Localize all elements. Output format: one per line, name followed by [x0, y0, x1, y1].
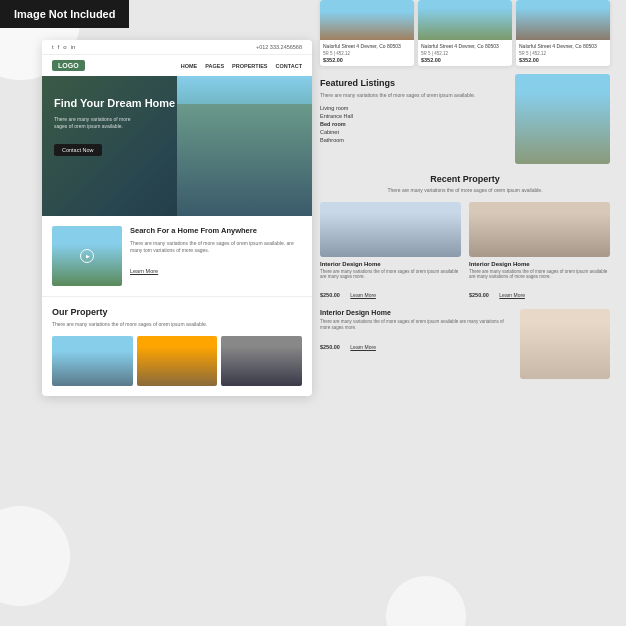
our-property-title: Our Property — [52, 307, 302, 317]
featured-title: Featured Listings — [320, 78, 507, 88]
image-not-included-badge: Image Not Included — [0, 0, 129, 28]
recent-card-link-2[interactable]: Learn More — [499, 292, 525, 298]
listing-meta-1: 5R 5 | 452.12 — [323, 51, 411, 56]
interior-price: $250.00 — [320, 344, 340, 350]
listing-info-2: Nalorful Street 4 Devner, Co 80503 5R 5 … — [418, 40, 512, 66]
featured-description: There are many variations the of more sa… — [320, 92, 507, 99]
recent-card-image-2 — [469, 202, 610, 257]
recent-card-desc-1: There are many variations the of more sa… — [320, 269, 461, 281]
recent-description: There are many variations the of more sa… — [320, 187, 610, 194]
nav-properties[interactable]: PROPERTIES — [232, 63, 267, 69]
facebook-icon: f — [58, 44, 60, 50]
recent-card-title-1: Interior Design Home — [320, 261, 461, 267]
listing-card-3: Nalorful Street 4 Devner, Co 80503 5R 5 … — [516, 0, 610, 66]
featured-item-cabinet: Cabinet — [320, 128, 507, 136]
featured-item-entrance: Entrance Hall — [320, 112, 507, 120]
listing-meta-2: 5R 5 | 452.12 — [421, 51, 509, 56]
featured-text: Featured Listings There are many variati… — [320, 74, 507, 164]
interior-text: Interior Design Home There are many vari… — [320, 309, 512, 379]
our-property-description: There are many variations the of more sa… — [52, 321, 302, 328]
featured-item-bedroom: Bed room — [320, 120, 507, 128]
interior-description: There are many variations the of more sa… — [320, 319, 512, 331]
house-shape — [177, 104, 312, 216]
search-description: There are many variations the of more sa… — [130, 240, 302, 254]
listing-info-1: Nalorful Street 4 Devner, Co 80503 5R 5 … — [320, 40, 414, 66]
hero-title: Find Your Dream Home — [54, 96, 175, 110]
interior-title: Interior Design Home — [320, 309, 512, 316]
listing-address-2: Nalorful Street 4 Devner, Co 80503 — [421, 43, 509, 50]
recent-card-link-1[interactable]: Learn More — [350, 292, 376, 298]
recent-card-image-1 — [320, 202, 461, 257]
listing-address-3: Nalorful Street 4 Devner, Co 80503 — [519, 43, 607, 50]
hero-house-image — [177, 76, 312, 216]
linkedin-icon: in — [71, 44, 76, 50]
play-button[interactable] — [80, 249, 94, 263]
listing-info-3: Nalorful Street 4 Devner, Co 80503 5R 5 … — [516, 40, 610, 66]
listing-price-3: $352.00 — [519, 57, 607, 63]
main-nav: LOGO HOME PAGES PROPERTIES CONTACT — [42, 55, 312, 76]
listing-card-2: Nalorful Street 4 Devner, Co 80503 5R 5 … — [418, 0, 512, 66]
listing-image-3 — [516, 0, 610, 40]
featured-item-bathroom: Bathroom — [320, 136, 507, 144]
recent-cards: Interior Design Home There are many vari… — [320, 202, 610, 302]
interior-learn-more-link[interactable]: Learn More — [350, 344, 376, 350]
nav-pages[interactable]: PAGES — [205, 63, 224, 69]
search-house-image — [52, 226, 122, 286]
featured-list: Living room Entrance Hall Bed room Cabin… — [320, 104, 507, 144]
recent-property-section: Recent Property There are many variation… — [320, 174, 610, 302]
interior-design-section: Interior Design Home There are many vari… — [320, 309, 610, 379]
listing-image-1 — [320, 0, 414, 40]
nav-home[interactable]: HOME — [181, 63, 198, 69]
hero-subtitle: There are many variations of more sages … — [54, 116, 144, 130]
logo: LOGO — [52, 60, 85, 71]
recent-card-title-2: Interior Design Home — [469, 261, 610, 267]
hero-section: Find Your Dream Home There are many vari… — [42, 76, 312, 216]
featured-listings-section: Featured Listings There are many variati… — [320, 74, 610, 164]
decorative-circle-br — [386, 576, 466, 626]
social-icons: t f o in — [52, 44, 75, 50]
search-learn-more-link[interactable]: Learn More — [130, 268, 158, 274]
listing-address-1: Nalorful Street 4 Devner, Co 80503 — [323, 43, 411, 50]
decorative-circle-bl — [0, 506, 70, 606]
recent-card-price-2: $250.00 — [469, 292, 489, 298]
property-thumb-2 — [137, 336, 218, 386]
nav-contact[interactable]: CONTACT — [276, 63, 302, 69]
listing-card-1: Nalorful Street 4 Devner, Co 80503 5R 5 … — [320, 0, 414, 66]
nav-social-bar: t f o in +012 333.2456568 — [42, 40, 312, 55]
recent-card-desc-2: There are many variations the of more sa… — [469, 269, 610, 281]
listing-price-2: $352.00 — [421, 57, 509, 63]
our-property-section: Our Property There are many variations t… — [42, 297, 312, 396]
property-grid — [52, 336, 302, 386]
listing-meta-3: 5R 5 | 452.12 — [519, 51, 607, 56]
featured-item-living: Living room — [320, 104, 507, 112]
interior-room-image — [520, 309, 610, 379]
left-page: t f o in +012 333.2456568 LOGO HOME PAGE… — [42, 40, 312, 396]
facebook2-icon: o — [63, 44, 66, 50]
hero-text: Find Your Dream Home There are many vari… — [54, 96, 175, 156]
featured-house-image — [515, 74, 610, 164]
top-listings-row: Nalorful Street 4 Devner, Co 80503 5R 5 … — [320, 0, 610, 66]
nav-links: HOME PAGES PROPERTIES CONTACT — [181, 63, 302, 69]
twitter-icon: t — [52, 44, 54, 50]
property-thumb-1 — [52, 336, 133, 386]
search-text: Search For a Home From Anywhere There ar… — [130, 226, 302, 277]
listing-image-2 — [418, 0, 512, 40]
right-page: Nalorful Street 4 Devner, Co 80503 5R 5 … — [320, 0, 610, 379]
search-title: Search For a Home From Anywhere — [130, 226, 302, 236]
recent-card-2: Interior Design Home There are many vari… — [469, 202, 610, 302]
recent-card-price-1: $250.00 — [320, 292, 340, 298]
recent-title: Recent Property — [320, 174, 610, 184]
contact-now-button[interactable]: Contact Now — [54, 144, 102, 156]
listing-price-1: $352.00 — [323, 57, 411, 63]
search-section: Search For a Home From Anywhere There ar… — [42, 216, 312, 297]
recent-card-1: Interior Design Home There are many vari… — [320, 202, 461, 302]
phone-number: +012 333.2456568 — [256, 44, 302, 50]
property-thumb-3 — [221, 336, 302, 386]
